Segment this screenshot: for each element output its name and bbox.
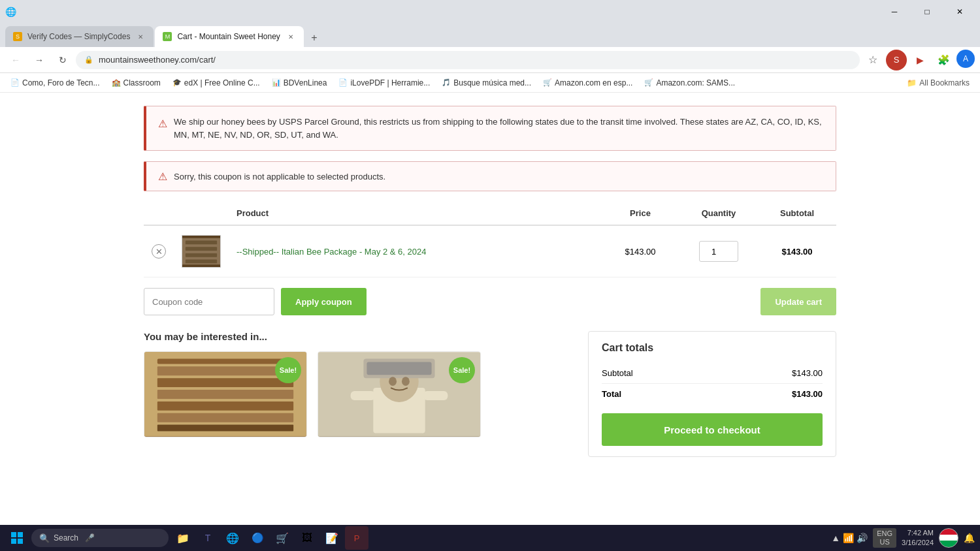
tab-cart[interactable]: M Cart - Mountain Sweet Honey ✕ [155,26,303,47]
taskbar-edge-icon[interactable]: 🌐 [221,526,244,550]
svg-rect-22 [351,391,376,400]
svg-rect-23 [423,391,448,400]
tab-verifycodes[interactable]: S Verify Codes — SimplyCodes ✕ [5,26,154,47]
total-label: Total [602,389,621,399]
start-button[interactable] [5,526,29,550]
svg-point-21 [402,377,410,386]
bookmarks-bar: 📄 Como, Foro de Tecn... 🏫 Classroom 🎓 ed… [0,73,980,93]
tab-label-2: Cart - Mountain Sweet Honey [177,32,280,41]
youtube-icon[interactable]: ▶ [909,50,930,71]
language-indicator[interactable]: ENG US [873,528,896,548]
tab-bar: S Verify Codes — SimplyCodes ✕ M Cart - … [0,24,980,47]
coupon-code-input[interactable] [144,288,274,315]
new-tab-button[interactable]: + [305,29,323,47]
list-item[interactable]: Sale! [144,351,307,437]
update-cart-button[interactable]: Update cart [760,288,836,315]
svg-rect-8 [157,358,293,364]
bottom-section: You may be interested in... [144,331,836,457]
reload-button[interactable]: ↻ [52,50,73,71]
title-bar: 🌐 ─ □ ✕ [0,0,980,24]
remove-item-button[interactable]: ✕ [152,244,166,259]
taskbar-datetime[interactable]: 7:42 AM 3/16/2024 [902,528,934,548]
taskbar-photos-icon[interactable]: 🖼 [295,526,319,550]
bookmark-icon-6: 🎵 [442,78,451,87]
svg-rect-11 [157,390,293,399]
minimize-button[interactable]: ─ [879,1,909,22]
taskbar-search-box[interactable]: 🔍 Search 🎤 [31,529,169,547]
sale-badge-2: Sale! [449,357,475,383]
svg-rect-9 [157,366,293,375]
bookmark-5[interactable]: 📄 iLovePDF | Herramie... [333,77,435,89]
cart-totals-title: Cart totals [602,342,823,354]
address-bar[interactable]: 🔒 mountainsweethoney.com/cart/ [76,51,860,69]
page-inner: ⚠ We ship our honey bees by USPS Parcel … [131,93,849,470]
browser-chrome: 🌐 ─ □ ✕ S Verify Codes — SimplyCodes ✕ M… [0,0,980,93]
tab-label-1: Verify Codes — SimplyCodes [27,32,130,41]
taskbar-teams-icon[interactable]: T [196,526,220,550]
apply-coupon-button[interactable]: Apply coupon [281,288,367,315]
svg-rect-3 [186,253,217,257]
tab-close-1[interactable]: ✕ [135,31,146,42]
bookmark-6[interactable]: 🎵 Busque música med... [436,77,536,89]
bookmark-3[interactable]: 🎓 edX | Free Online C... [167,77,265,89]
folder-icon: 📁 [907,78,917,87]
bookmark-star-icon[interactable]: ☆ [862,50,883,71]
product-name-cell: --Shipped-- Italian Bee Package - May 2 … [229,225,601,277]
nav-icons: ☆ S ▶ 🧩 A [862,50,975,71]
total-row: Total $143.00 [602,384,823,404]
bookmark-icon-5: 📄 [338,78,348,87]
bookmark-4[interactable]: 📊 BDVenLinea [267,77,333,89]
svg-rect-2 [186,247,217,251]
image-cell [174,225,229,277]
interested-section: You may be interested in... [144,331,572,457]
taskbar-time-display: 7:42 AM [902,528,934,538]
bookmark-2[interactable]: 🏫 Classroom [106,77,166,89]
bookmark-1[interactable]: 📄 Como, Foro de Tecn... [5,77,105,89]
extensions-icon[interactable]: 🧩 [933,50,954,71]
wifi-icon[interactable]: 📶 [843,533,854,543]
close-button[interactable]: ✕ [945,1,975,22]
cart-table: Product Price Quantity Subtotal ✕ [144,202,836,277]
product-price-cell: $143.00 [601,225,679,277]
cortana-icon: 🎤 [85,533,95,543]
profile-icon[interactable]: A [956,50,975,68]
taskbar-files-icon[interactable]: 📁 [171,526,195,550]
taskbar-right-area: ▲ 📶 🔊 ENG US 7:42 AM 3/16/2024 🔔 [831,528,975,548]
search-icon: 🔍 [39,533,50,543]
taskbar-app9-icon[interactable]: P [345,526,368,550]
window-controls: ─ □ ✕ [879,1,975,22]
product-name-link[interactable]: --Shipped-- Italian Bee Package - May 2 … [237,247,427,257]
taskbar-store-icon[interactable]: 🛒 [270,526,294,550]
subtotal-row: Subtotal $143.00 [602,363,823,384]
tab-favicon-1: S [13,32,22,41]
taskbar-sticky-icon[interactable]: 📝 [320,526,344,550]
quantity-input[interactable] [699,241,738,262]
taskbar-chrome-icon[interactable]: 🔵 [246,526,269,550]
bookmark-8[interactable]: 🛒 Amazon.com: SAMS... [639,77,740,89]
total-value: $143.00 [792,389,823,399]
tray-arrow-icon[interactable]: ▲ [831,533,840,543]
flag-icon[interactable] [939,528,958,548]
table-row: ✕ [144,225,836,277]
svg-rect-14 [157,425,293,432]
forward-button[interactable]: → [29,50,50,71]
svg-rect-10 [157,378,293,387]
maximize-button[interactable]: □ [912,1,942,22]
address-text: mountainsweethoney.com/cart/ [99,55,216,65]
interested-grid: Sale! [144,351,572,437]
subtotal-label: Subtotal [602,368,633,378]
remove-cell: ✕ [144,225,174,277]
tab-close-2[interactable]: ✕ [286,31,296,42]
notification-icon[interactable]: 🔔 [964,533,975,543]
list-item[interactable]: Sale! [318,351,481,437]
product-subtotal: $143.00 [782,247,813,257]
bookmark-7[interactable]: 🛒 Amazon.com en esp... [538,77,638,89]
all-bookmarks-button[interactable]: 📁 All Bookmarks [902,77,975,89]
product-image [182,235,221,268]
extension-icon-1[interactable]: S [886,50,907,71]
back-button[interactable]: ← [5,50,26,71]
proceed-to-checkout-button[interactable]: Proceed to checkout [602,413,823,446]
taskbar-date-display: 3/16/2024 [902,538,934,548]
speaker-icon[interactable]: 🔊 [857,533,868,543]
col-subtotal: Subtotal [758,202,836,225]
